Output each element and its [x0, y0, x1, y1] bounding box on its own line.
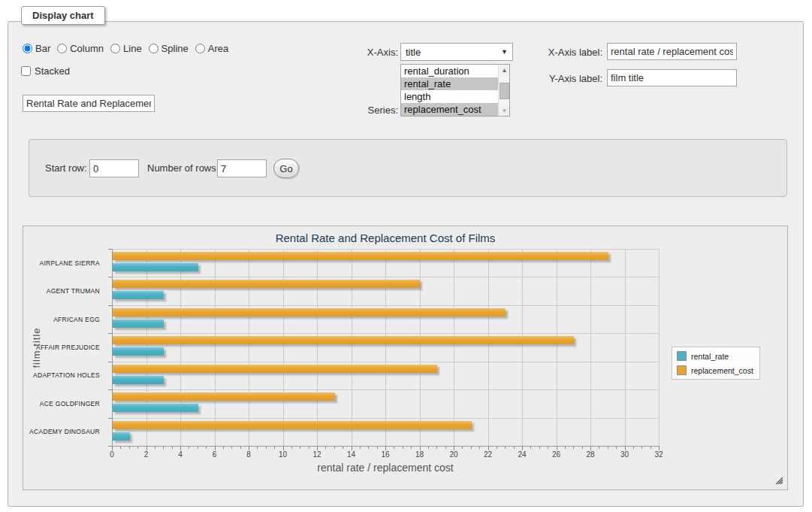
gridline	[112, 362, 659, 362]
start-row-input[interactable]	[89, 159, 139, 177]
x-axis-minor-tick	[505, 447, 506, 449]
x-axis-minor-tick	[240, 447, 241, 449]
bar-replacement_cost	[113, 336, 574, 344]
x-tick-label: 12	[308, 450, 326, 459]
x-axis-minor-tick	[599, 447, 599, 449]
stacked-checkbox[interactable]	[21, 66, 31, 76]
x-tick-label: 32	[650, 450, 668, 459]
x-axis-minor-tick	[266, 447, 267, 449]
x-tick-label: 16	[376, 450, 394, 459]
x-tick-label: 6	[206, 450, 224, 459]
chart-type-column[interactable]: Column	[57, 43, 104, 54]
gridline	[317, 249, 318, 446]
number-of-rows-input[interactable]	[217, 159, 267, 177]
x-axis-minor-tick	[548, 447, 548, 449]
chart-type-bar[interactable]: Bar	[23, 43, 50, 54]
x-axis-minor-tick	[129, 447, 130, 449]
x-axis-minor-tick	[155, 447, 155, 449]
x-axis-minor-tick	[514, 447, 515, 449]
y-axis-label-input[interactable]	[607, 69, 737, 86]
x-axis-minor-tick	[198, 447, 198, 449]
gridline	[454, 249, 454, 446]
x-axis-select[interactable]: title ▼	[400, 43, 513, 61]
fieldset-legend: Display chart	[21, 6, 105, 25]
chart-type-label: Spline	[161, 43, 189, 54]
bar-replacement_cost	[113, 252, 608, 260]
x-tick-label: 14	[343, 450, 361, 459]
chart-type-label: Column	[70, 43, 104, 54]
bar-replacement_cost	[113, 280, 420, 288]
x-axis-minor-tick	[137, 447, 138, 449]
chart-type-spline[interactable]: Spline	[149, 43, 189, 54]
chart-type-label: Area	[208, 43, 228, 54]
series-option-rental_duration[interactable]: rental_duration	[401, 65, 509, 77]
scroll-thumb[interactable]	[500, 83, 509, 99]
bar-rental_rate	[113, 320, 164, 328]
gridline	[385, 249, 386, 446]
legend-item-rental_rate: rental_rate	[677, 351, 753, 361]
x-axis-minor-tick	[530, 447, 531, 449]
listbox-scrollbar[interactable]: ▲ ▼	[498, 65, 509, 116]
series-option-replacement_cost[interactable]: replacement_cost	[401, 103, 509, 116]
gridline	[625, 249, 626, 446]
x-axis-minor-tick	[616, 447, 617, 449]
bar-rental_rate	[113, 432, 130, 441]
rows-panel	[29, 139, 787, 197]
x-axis-line	[112, 446, 660, 447]
scroll-down-button[interactable]: ▼	[499, 105, 510, 116]
x-axis-minor-tick	[291, 447, 292, 449]
x-axis-minor-tick	[573, 447, 574, 449]
series-options: rental_durationrental_ratelengthreplacem…	[401, 65, 509, 116]
gridline	[112, 333, 659, 334]
x-tick-label: 4	[171, 450, 189, 459]
chart-type-area[interactable]: Area	[195, 43, 228, 54]
resize-grip-icon[interactable]	[774, 476, 783, 485]
x-axis-minor-tick	[189, 447, 189, 449]
category-label: ACE GOLDFINGER	[23, 389, 106, 417]
legend-item-replacement_cost: replacement_cost	[677, 365, 753, 375]
stacked-checkbox-row[interactable]: Stacked	[21, 65, 70, 77]
series-option-rental_rate[interactable]: rental_rate	[401, 77, 509, 90]
x-axis-selected-value: title	[406, 47, 501, 58]
x-tick-label: 22	[479, 450, 497, 459]
gridline	[488, 249, 489, 446]
page: Display chart BarColumnLineSplineArea St…	[0, 0, 812, 512]
go-button[interactable]: Go	[273, 159, 299, 178]
chart-type-radio-line[interactable]	[110, 44, 120, 53]
x-axis-minor-tick	[377, 447, 378, 449]
chart-type-radio-area[interactable]	[195, 44, 205, 53]
x-axis-label-field-label: X-Axis label:	[527, 47, 602, 58]
x-tick-label: 28	[581, 450, 599, 459]
x-axis-minor-tick	[206, 447, 207, 449]
chart-type-radio-column[interactable]	[57, 44, 67, 53]
chart-title: Rental Rate and Replacement Cost of Film…	[112, 232, 659, 244]
gridline	[352, 249, 352, 446]
stacked-label: Stacked	[35, 65, 70, 77]
x-axis-minor-tick	[436, 447, 437, 449]
series-listbox[interactable]: rental_durationrental_ratelengthreplacem…	[400, 64, 510, 117]
gridline	[557, 249, 557, 446]
x-axis-minor-tick	[582, 447, 583, 449]
x-axis-select-label: X-Axis:	[323, 47, 398, 58]
chart-container: Rental Rate and Replacement Cost of Film…	[23, 226, 788, 490]
bar-rental_rate	[113, 347, 164, 356]
scroll-up-button[interactable]: ▲	[499, 65, 510, 75]
chart-type-line[interactable]: Line	[110, 43, 142, 54]
x-axis-minor-tick	[462, 447, 463, 449]
x-axis-label-input[interactable]	[607, 43, 737, 60]
gridline	[249, 249, 249, 446]
series-option-length[interactable]: length	[401, 90, 509, 103]
x-axis-minor-tick	[274, 447, 275, 449]
chart-type-radio-spline[interactable]	[149, 44, 158, 53]
x-axis-minor-tick	[231, 447, 232, 449]
x-axis-minor-tick	[368, 447, 369, 449]
x-axis-minor-tick	[445, 447, 446, 449]
chart-type-radio-bar[interactable]	[23, 44, 32, 53]
x-tick-label: 20	[445, 450, 463, 459]
x-axis-minor-tick	[651, 447, 651, 449]
bar-replacement_cost	[113, 392, 335, 401]
x-axis-minor-tick	[428, 447, 429, 449]
x-axis-minor-tick	[325, 447, 326, 449]
chart-title-input[interactable]	[23, 95, 155, 112]
gridline	[112, 418, 659, 419]
